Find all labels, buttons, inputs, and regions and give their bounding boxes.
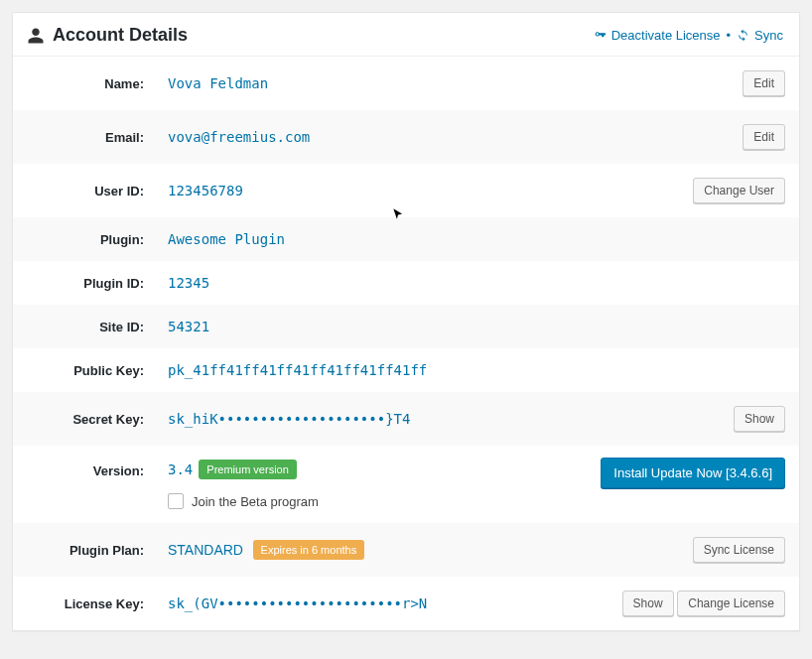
beta-program-row[interactable]: Join the Beta program	[168, 479, 573, 509]
row-plugin: Plugin: Awesome Plugin	[13, 217, 799, 261]
sync-license-button[interactable]: Sync License	[693, 537, 785, 563]
show-license-key-button[interactable]: Show	[622, 591, 674, 616]
header-actions: Deactivate License • Sync	[594, 28, 783, 43]
separator: •	[727, 28, 732, 43]
label-plan: Plugin Plan:	[13, 523, 154, 577]
row-secret-key: Secret Key: sk_hiK••••••••••••••••••••}T…	[13, 392, 799, 446]
label-email: Email:	[13, 110, 154, 164]
install-update-button[interactable]: Install Update Now [3.4.6.6]	[601, 458, 785, 488]
row-email: Email: vova@freemius.com Edit	[13, 110, 799, 164]
label-plugin: Plugin:	[13, 217, 154, 261]
beta-label: Join the Beta program	[192, 494, 319, 509]
value-license-key: sk_(GV••••••••••••••••••••••r>N	[154, 577, 587, 630]
row-public-key: Public Key: pk_41ff41ff41ff41ff41ff41ff4…	[13, 348, 799, 392]
value-secret-key: sk_hiK••••••••••••••••••••}T4	[154, 392, 587, 446]
value-name: Vova Feldman	[154, 57, 587, 110]
sync-icon	[737, 29, 749, 42]
row-user-id: User ID: 123456789 Change User	[13, 164, 799, 217]
user-icon	[27, 27, 45, 45]
value-site-id: 54321	[154, 305, 587, 348]
row-plugin-id: Plugin ID: 12345	[13, 261, 799, 305]
value-plugin: Awesome Plugin	[154, 217, 587, 261]
sync-link[interactable]: Sync	[737, 28, 783, 43]
panel-title: Account Details	[27, 25, 188, 46]
label-license-key: License Key:	[13, 577, 154, 630]
key-icon	[594, 29, 607, 42]
details-table: Name: Vova Feldman Edit Email: vova@free…	[13, 57, 799, 630]
expires-badge: Expires in 6 months	[253, 540, 365, 560]
row-name: Name: Vova Feldman Edit	[13, 57, 799, 110]
label-secret-key: Secret Key:	[13, 392, 154, 446]
account-details-panel: Account Details Deactivate License • Syn…	[12, 12, 800, 631]
panel-title-text: Account Details	[53, 25, 188, 46]
label-site-id: Site ID:	[13, 305, 154, 348]
row-version: Version: 3.4 Premium version Join the Be…	[13, 446, 799, 523]
value-user-id: 123456789	[154, 164, 587, 217]
beta-checkbox[interactable]	[168, 493, 184, 509]
value-email: vova@freemius.com	[154, 110, 587, 164]
deactivate-license-link[interactable]: Deactivate License	[594, 28, 721, 43]
change-user-button[interactable]: Change User	[693, 178, 785, 203]
label-user-id: User ID:	[13, 164, 154, 217]
label-public-key: Public Key:	[13, 348, 154, 392]
row-license-key: License Key: sk_(GV•••••••••••••••••••••…	[13, 577, 799, 630]
label-plugin-id: Plugin ID:	[13, 261, 154, 305]
premium-badge: Premium version	[199, 460, 297, 479]
label-name: Name:	[13, 57, 154, 110]
label-version: Version:	[13, 446, 154, 523]
value-plugin-id: 12345	[154, 261, 587, 305]
value-plan: STANDARD	[168, 542, 243, 558]
panel-header: Account Details Deactivate License • Syn…	[13, 13, 799, 57]
row-site-id: Site ID: 54321	[13, 305, 799, 348]
show-secret-key-button[interactable]: Show	[734, 406, 785, 432]
value-version: 3.4	[168, 461, 193, 477]
change-license-button[interactable]: Change License	[677, 591, 785, 616]
edit-name-button[interactable]: Edit	[743, 70, 785, 96]
deactivate-license-label: Deactivate License	[611, 28, 721, 43]
row-plan: Plugin Plan: STANDARD Expires in 6 month…	[13, 523, 799, 577]
value-public-key: pk_41ff41ff41ff41ff41ff41ff41ff	[154, 348, 587, 392]
edit-email-button[interactable]: Edit	[743, 124, 785, 150]
sync-label: Sync	[754, 28, 783, 43]
